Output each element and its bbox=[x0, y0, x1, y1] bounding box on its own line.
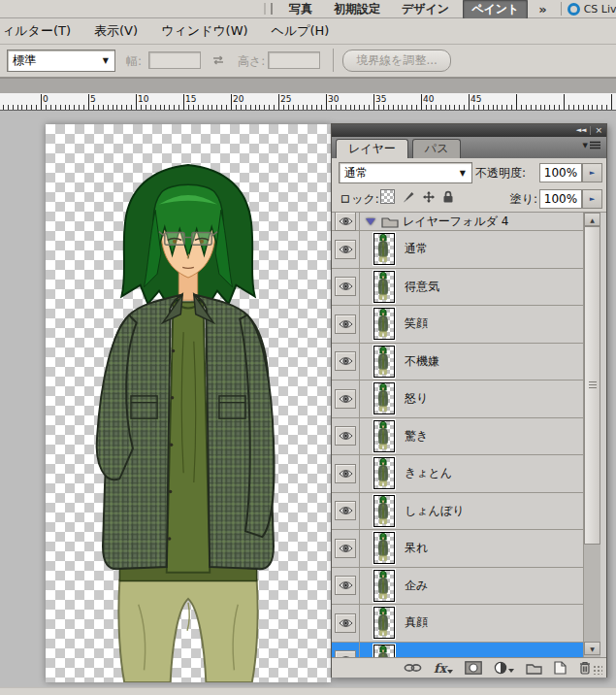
eye-icon bbox=[339, 245, 353, 254]
refine-edge-button[interactable]: 境界線を調整... bbox=[342, 50, 451, 72]
visibility-toggle[interactable] bbox=[335, 650, 356, 657]
menu-item[interactable]: ヘルプ(H) bbox=[260, 22, 341, 40]
layer-name[interactable]: 不機嫌 bbox=[405, 353, 439, 370]
layer-folder-row[interactable]: レイヤーフォルダ 4 bbox=[332, 213, 583, 231]
layer-row[interactable]: 笑顔 bbox=[332, 306, 583, 344]
layer-row[interactable]: 企み bbox=[332, 568, 583, 606]
layer-thumbnail[interactable] bbox=[373, 570, 395, 602]
layer-name[interactable]: きょとん bbox=[405, 465, 452, 481]
layer-name[interactable]: 真顔 bbox=[405, 614, 428, 631]
layer-thumbnail[interactable] bbox=[373, 382, 395, 414]
lock-position-icon[interactable] bbox=[422, 190, 436, 204]
panel-menu-button[interactable]: ▼ bbox=[583, 141, 600, 149]
close-panel-icon[interactable]: × bbox=[591, 124, 606, 137]
new-group-icon[interactable] bbox=[526, 662, 542, 675]
layer-name[interactable]: しょんぼり bbox=[405, 503, 464, 519]
expand-triangle-icon[interactable] bbox=[366, 218, 375, 225]
fill-value[interactable]: 100% bbox=[539, 189, 582, 209]
workspace-tab[interactable]: 写真 bbox=[281, 0, 320, 18]
horizontal-ruler[interactable]: 051015202530354045 bbox=[0, 93, 616, 111]
layer-name[interactable]: 通常 bbox=[405, 241, 428, 257]
layer-thumbnail[interactable] bbox=[373, 271, 395, 303]
adjustment-layer-icon[interactable] bbox=[494, 661, 514, 675]
layer-name[interactable]: 呆れ bbox=[405, 540, 428, 556]
layer-name[interactable]: 笑顔 bbox=[405, 315, 428, 332]
visibility-toggle[interactable] bbox=[335, 501, 356, 520]
lock-pixels-brush-icon[interactable] bbox=[402, 190, 415, 204]
layer-name[interactable]: 驚き bbox=[405, 428, 428, 445]
visibility-toggle[interactable] bbox=[335, 426, 356, 446]
link-layers-icon[interactable] bbox=[404, 663, 422, 673]
visibility-toggle[interactable] bbox=[335, 389, 356, 409]
layer-name[interactable]: 企み bbox=[405, 578, 428, 594]
layer-thumbnail[interactable] bbox=[373, 495, 395, 527]
layer-row[interactable]: 真顔 bbox=[332, 605, 583, 643]
width-input[interactable] bbox=[148, 51, 201, 69]
layer-row[interactable]: 通常 bbox=[332, 231, 583, 269]
layer-row[interactable]: 得意気 bbox=[332, 269, 583, 307]
scroll-down-button[interactable]: ▼ bbox=[584, 642, 600, 655]
layer-row[interactable]: 不機嫌 bbox=[332, 344, 583, 381]
visibility-toggle[interactable] bbox=[335, 539, 356, 558]
thumb-grip bbox=[589, 381, 597, 389]
visibility-toggle[interactable] bbox=[335, 464, 356, 483]
folder-name[interactable]: レイヤーフォルダ 4 bbox=[403, 214, 508, 230]
layer-row[interactable]: きょとん bbox=[332, 455, 583, 493]
layer-thumbnail[interactable] bbox=[373, 457, 395, 489]
document-canvas[interactable] bbox=[46, 124, 331, 682]
selection-mode-dropdown[interactable]: 標準 ▼ bbox=[7, 50, 115, 72]
height-input[interactable] bbox=[268, 51, 320, 69]
visibility-toggle[interactable] bbox=[335, 613, 356, 633]
layer-row[interactable]: しょんぼり bbox=[332, 493, 583, 531]
menu-item[interactable]: 表示(V) bbox=[82, 22, 149, 40]
fill-slider-button[interactable]: ► bbox=[582, 189, 602, 209]
layer-name[interactable]: 得意気 bbox=[405, 279, 439, 295]
lock-transparency-icon[interactable] bbox=[380, 189, 395, 204]
layer-thumbnail[interactable] bbox=[373, 645, 395, 657]
layer-thumbnail[interactable] bbox=[373, 420, 395, 452]
lock-all-icon[interactable] bbox=[442, 190, 454, 204]
layer-style-icon[interactable]: fx bbox=[434, 661, 453, 676]
drag-grip[interactable] bbox=[264, 3, 273, 15]
layer-row[interactable]: 呆れ bbox=[332, 530, 583, 568]
scrollbar-thumb[interactable] bbox=[584, 226, 600, 545]
workspace-overflow-button[interactable]: » bbox=[531, 2, 554, 17]
ruler-tick bbox=[236, 105, 237, 110]
menu-item[interactable]: ィルター(T) bbox=[0, 22, 82, 40]
collapse-panel-icon[interactable]: ◄◄ bbox=[572, 124, 591, 137]
layer-thumbnail[interactable] bbox=[373, 346, 395, 378]
menu-item[interactable]: ウィンドウ(W) bbox=[149, 22, 260, 40]
swap-dimensions-icon[interactable] bbox=[211, 55, 226, 65]
layer-row[interactable]: 驚き bbox=[332, 418, 583, 456]
layer-thumbnail[interactable] bbox=[373, 308, 395, 340]
delete-layer-icon[interactable] bbox=[579, 661, 591, 675]
workspace-tab[interactable]: 初期設定 bbox=[326, 0, 388, 18]
cs-live-button[interactable]: CS Live bbox=[567, 3, 616, 16]
visibility-cell bbox=[332, 568, 360, 605]
visibility-toggle[interactable] bbox=[335, 314, 356, 334]
tab-layers[interactable]: レイヤー bbox=[336, 139, 408, 158]
tab-paths[interactable]: パス bbox=[412, 139, 462, 158]
visibility-toggle[interactable] bbox=[335, 240, 356, 259]
layer-thumbnail[interactable] bbox=[373, 233, 395, 265]
blend-mode-dropdown[interactable]: 通常 ▼ bbox=[339, 162, 472, 183]
visibility-toggle[interactable] bbox=[335, 351, 356, 371]
layer-name[interactable]: 怒り bbox=[405, 390, 428, 407]
layer-row[interactable]: 怒り bbox=[332, 381, 583, 418]
layer-row[interactable] bbox=[332, 643, 583, 658]
opacity-value[interactable]: 100% bbox=[539, 163, 582, 182]
visibility-toggle[interactable] bbox=[335, 576, 356, 595]
ruler-tick bbox=[103, 105, 104, 110]
visibility-toggle[interactable] bbox=[335, 277, 356, 296]
workspace-tab[interactable]: デザイン bbox=[394, 0, 457, 18]
scrollbar[interactable]: ▲ ▼ bbox=[583, 213, 600, 657]
layer-thumbnail[interactable] bbox=[373, 607, 395, 639]
opacity-slider-button[interactable]: ► bbox=[582, 163, 602, 182]
visibility-toggle[interactable] bbox=[335, 213, 356, 231]
add-layer-mask-icon[interactable] bbox=[465, 661, 482, 675]
panel-resize-grip[interactable] bbox=[593, 665, 602, 675]
workspace-tab[interactable]: ペイント bbox=[463, 0, 528, 19]
scroll-up-button[interactable]: ▲ bbox=[584, 213, 600, 226]
new-layer-icon[interactable] bbox=[553, 661, 567, 675]
layer-thumbnail[interactable] bbox=[373, 532, 395, 564]
